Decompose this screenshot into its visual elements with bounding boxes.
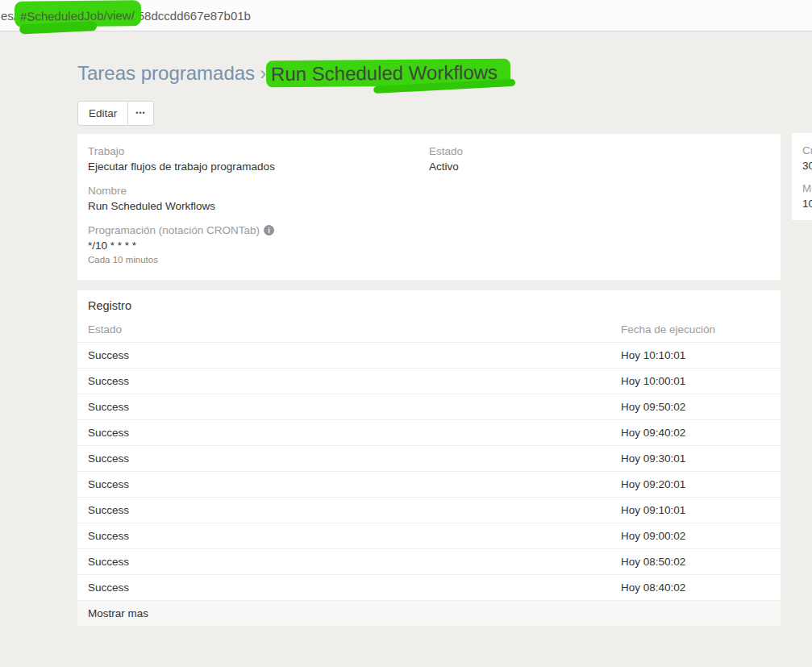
- executed-at-cell: Hoy 09:20:01: [610, 472, 781, 498]
- detail-panel: Trabajo Ejecutar flujos de trabajo progr…: [77, 134, 781, 280]
- executed-at-cell: Hoy 09:30:01: [610, 446, 781, 472]
- browser-url-bar[interactable]: es/#ScheduledJob/view/58dccdd667e87b01b: [0, 0, 812, 31]
- table-row: Success Hoy 08:50:02: [77, 549, 781, 575]
- status-cell: Success: [77, 343, 610, 369]
- status-cell: Success: [77, 369, 610, 394]
- table-row: Success Hoy 09:10:01: [77, 498, 781, 523]
- field-scheduling-value: */10 * * * *: [88, 238, 429, 253]
- log-panel: Registro Estado Fecha de ejecución Succe…: [77, 290, 781, 626]
- log-table: Estado Fecha de ejecución Success Hoy 10…: [77, 321, 781, 600]
- edit-button[interactable]: Editar: [77, 101, 128, 126]
- table-row: Success Hoy 10:10:01: [77, 343, 781, 369]
- ellipsis-icon: •••: [135, 106, 145, 120]
- field-scheduling-hint: Cada 10 minutos: [88, 253, 429, 266]
- executed-at-cell: Hoy 10:10:01: [610, 343, 781, 369]
- field-job: Trabajo Ejecutar flujos de trabajo progr…: [88, 144, 429, 174]
- log-panel-title: Registro: [77, 290, 781, 321]
- table-row: Success Hoy 10:00:01: [77, 369, 781, 394]
- field-name-label: Nombre: [88, 183, 429, 198]
- field-job-value: Ejecutar flujos de trabajo programados: [88, 159, 429, 174]
- url-text: es/#ScheduledJob/view/58dccdd667e87b01b: [0, 9, 251, 23]
- record-name-highlighted: Run Scheduled Workflows: [266, 59, 510, 88]
- breadcrumb-parent-link[interactable]: Tareas programadas: [77, 62, 255, 84]
- table-row: Success Hoy 09:20:01: [77, 472, 781, 498]
- executed-at-cell: Hoy 10:00:01: [610, 369, 781, 394]
- status-cell: Success: [77, 575, 610, 601]
- executed-at-cell: Hoy 09:50:02: [610, 394, 781, 420]
- side-field-0: Cr 30: [802, 143, 812, 173]
- field-scheduling: Programación (notación CRONTab)i */10 * …: [88, 223, 429, 266]
- field-status-value: Activo: [429, 159, 770, 174]
- field-scheduling-label: Programación (notación CRONTab): [88, 224, 260, 236]
- log-header-row: Estado Fecha de ejecución: [77, 321, 781, 343]
- executed-at-cell: Hoy 09:10:01: [610, 498, 781, 523]
- field-job-label: Trabajo: [88, 144, 429, 159]
- field-status-label: Estado: [429, 144, 770, 159]
- table-row: Success Hoy 08:40:02: [77, 575, 781, 601]
- more-actions-button[interactable]: •••: [128, 101, 153, 126]
- status-cell: Success: [77, 394, 610, 420]
- table-row: Success Hoy 09:40:02: [77, 420, 781, 446]
- table-row: Success Hoy 09:30:01: [77, 446, 781, 472]
- url-suffix: 58dccdd667e87b01b: [138, 9, 251, 23]
- executed-at-cell: Hoy 08:50:02: [610, 549, 781, 575]
- url-highlight-marker: #ScheduledJob/view/: [15, 0, 141, 27]
- executed-at-cell: Hoy 08:40:02: [610, 575, 781, 601]
- record-toolbar: Editar •••: [77, 101, 781, 126]
- show-more-button[interactable]: Mostrar mas: [77, 600, 781, 626]
- executed-at-cell: Hoy 09:40:02: [610, 420, 781, 446]
- status-cell: Success: [77, 446, 610, 472]
- status-cell: Success: [77, 472, 610, 498]
- side-field-0-value: 30: [802, 158, 812, 173]
- column-header-status: Estado: [77, 321, 610, 343]
- side-panel-clipped: Cr 30 M 10: [792, 133, 812, 220]
- status-cell: Success: [77, 523, 610, 549]
- field-name: Nombre Run Scheduled Workflows: [88, 183, 429, 214]
- status-cell: Success: [77, 498, 610, 523]
- page-title: Tareas programadas›Run Scheduled Workflo…: [77, 62, 781, 85]
- status-cell: Success: [77, 420, 610, 446]
- field-status: Estado Activo: [429, 144, 770, 174]
- column-header-executed-at: Fecha de ejecución: [610, 321, 781, 343]
- executed-at-cell: Hoy 09:00:02: [610, 523, 781, 549]
- side-field-1: M 10: [802, 181, 812, 211]
- table-row: Success Hoy 09:00:02: [77, 523, 781, 549]
- side-field-1-label: M: [802, 181, 812, 196]
- main-content: Tareas programadas›Run Scheduled Workflo…: [77, 62, 781, 626]
- field-name-value: Run Scheduled Workflows: [88, 198, 429, 214]
- side-field-0-label: Cr: [802, 143, 812, 158]
- side-field-1-value: 10: [802, 196, 812, 211]
- table-row: Success Hoy 09:50:02: [77, 394, 781, 420]
- info-icon[interactable]: i: [264, 225, 274, 236]
- status-cell: Success: [77, 549, 610, 575]
